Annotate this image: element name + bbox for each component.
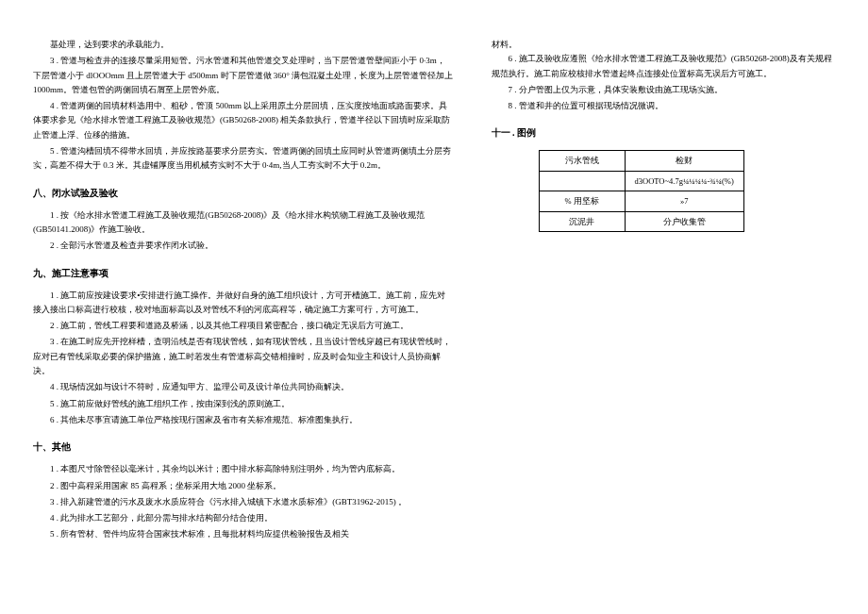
paragraph: 3 . 在施工时应先开挖样槽，查明沿线是否有现状管线，如有现状管线，且当设计管线… — [33, 335, 454, 378]
heading-section-9: 九、施工注意事项 — [33, 265, 454, 281]
paragraph: 3 . 管道与检查井的连接尽量采用短管。污水管道和其他管道交叉处理时，当下层管道… — [33, 54, 454, 97]
paragraph: 8 . 管道和井的位置可根据现场情况微调。 — [492, 99, 836, 113]
table-row: 沉泥井 分户收集管 — [539, 211, 743, 231]
paragraph: 6 . 施工及验收应遵照《给水排水管道工程施工及验收规范》(GB50268-20… — [492, 52, 836, 81]
paragraph: 7 . 分户管图上仅为示意，具体安装敷设由施工现场实施。 — [492, 83, 836, 97]
legend-cell: »7 — [625, 191, 743, 211]
legend-cell: d3OOTO~4.7g¼¼¼¼-¾¼(%) — [625, 171, 743, 191]
legend-cell: 污水管线 — [539, 151, 625, 171]
legend-cell — [539, 171, 625, 191]
table-row: 污水管线 检财 — [539, 151, 743, 171]
table-row: % 用坚标 »7 — [539, 191, 743, 211]
legend-table: 污水管线 检财 d3OOTO~4.7g¼¼¼¼-¾¼(%) % 用坚标 »7 沉… — [539, 150, 744, 232]
paragraph: 5 . 施工前应做好管线的施工组织工作，按由深到浅的原则施工。 — [33, 397, 454, 411]
paragraph: 1 . 本图尺寸除管径以毫米计，其余均以米计；图中排水标高除特别注明外，均为管内… — [33, 462, 454, 476]
paragraph: 4 . 管道两侧的回填材料选用中、粗砂，管顶 500mm 以上采用原土分层回填，… — [33, 99, 454, 142]
paragraph: 5 . 管道沟槽回填不得带水回填，并应按路基要求分层夯实。管道两侧的回填土应同时… — [33, 144, 454, 174]
paragraph: 3 . 排入新建管道的污水及废水水质应符合《污水排入城镇下水道水质标准》(GBT… — [33, 495, 454, 509]
paragraph: 1 . 按《给水排水管道工程施工及验收规范(GB50268-2008)》及《给水… — [33, 208, 454, 238]
paragraph: 材料。 — [492, 38, 836, 52]
paragraph: 2 . 施工前，管线工程要和道路及桥涵，以及其他工程项目紧密配合，接口确定无误后… — [33, 319, 454, 333]
legend-cell: 沉泥井 — [539, 211, 625, 231]
paragraph: 4 . 此为排水工艺部分，此部分需与排水结构部分结合使用。 — [33, 511, 454, 525]
legend-cell: 分户收集管 — [625, 211, 743, 231]
table-row: d3OOTO~4.7g¼¼¼¼-¾¼(%) — [539, 171, 743, 191]
heading-section-10: 十、其他 — [33, 439, 454, 455]
legend-cell: 检财 — [625, 151, 743, 171]
paragraph: 6 . 其他未尽事宜请施工单位严格按现行国家及省市有关标准规范、标准图集执行。 — [33, 413, 454, 427]
heading-section-11: 十一 . 图例 — [492, 124, 836, 141]
paragraph: 4 . 现场情况如与设计不符时，应通知甲方、监理公司及设计单位共同协商解决。 — [33, 380, 454, 394]
legend-cell: % 用坚标 — [539, 191, 625, 211]
paragraph: 2 . 全部污水管道及检查井要求作闭水试验。 — [33, 239, 454, 253]
paragraph: 5 . 所有管材、管件均应符合国家技术标准，且每批材料均应提供检验报告及相关 — [33, 527, 454, 541]
paragraph: 基处理，达到要求的承载能力。 — [33, 38, 454, 52]
heading-section-8: 八、闭水试验及验收 — [33, 185, 454, 201]
paragraph: 2 . 图中高程采用国家 85 高程系；坐标采用大地 2000 坐标系。 — [33, 479, 454, 493]
paragraph: 1 . 施工前应按建设要求•安排进行施工操作。并做好自身的施工组织设计，方可开槽… — [33, 289, 454, 318]
